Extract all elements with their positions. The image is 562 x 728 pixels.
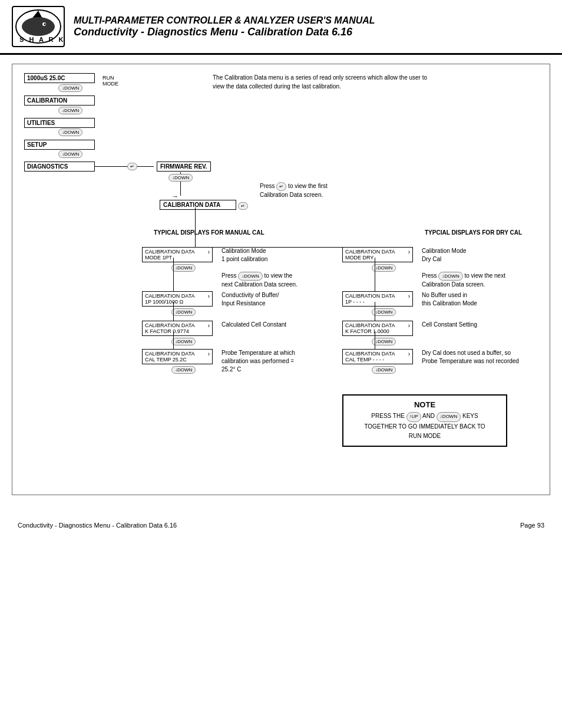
calibration-menu-item: CALIBRATION bbox=[24, 95, 95, 106]
down-btn-m3: ↓DOWN bbox=[171, 337, 213, 345]
screen-dry-3: CALIBRATION DATA K FACTOR 1.0000 › ↓DOWN bbox=[342, 321, 413, 345]
screen-manual-3-text: CALIBRATION DATA K FACTOR 0.9774 bbox=[145, 322, 195, 334]
company-logo: S H A R K bbox=[12, 6, 65, 47]
desc-dry-2: No Buffer used inthis Calibration Mode bbox=[422, 291, 522, 308]
screen-manual-4: CALIBRATION DATA CAL TEMP 25.2C › ↓DOWN bbox=[142, 349, 213, 374]
note-title: NOTE bbox=[351, 400, 499, 409]
footer-right: Page 93 bbox=[520, 522, 544, 529]
press-enter-text: Press ↵ to view the firstCalibration Dat… bbox=[260, 182, 328, 199]
menu-calibration: CALIBRATION bbox=[24, 95, 95, 106]
vline-d23 bbox=[375, 302, 375, 321]
main-content-box: 1000uS 25.0C RUN MODE ↓DOWN CALIBRATION … bbox=[12, 64, 550, 495]
down-btn-3: ↓DOWN bbox=[58, 128, 82, 136]
description-text: The Calibration Data menu is a series of… bbox=[213, 73, 437, 91]
desc-manual-1: Calibration Mode1 point calibration Pres… bbox=[222, 247, 304, 289]
diagnostics-menu-item: DIAGNOSTICS bbox=[24, 162, 95, 172]
menu-run-mode: 1000uS 25.0C bbox=[24, 73, 95, 83]
title-main: MULTI-PARAMETER CONTROLLER & ANALYZER US… bbox=[74, 15, 375, 26]
desc-manual-4: Probe Temperature at whichcalibration wa… bbox=[222, 349, 316, 374]
desc-dry-3: Cell Constant Setting bbox=[422, 321, 522, 329]
menu-setup: SETUP bbox=[24, 140, 95, 150]
vline-d34 bbox=[375, 331, 375, 349]
screen-manual-1: CALIBRATION DATA MODE 1PT › ↓DOWN bbox=[142, 247, 213, 272]
page-footer: Conductivity - Diagnostics Menu - Calibr… bbox=[0, 513, 562, 538]
menu-utilities: UTILITIES bbox=[24, 118, 95, 128]
vline-d12 bbox=[375, 258, 375, 291]
down-btn-m4: ↓DOWN bbox=[171, 365, 213, 374]
hline-to-dry bbox=[195, 247, 342, 248]
menu-diagnostics: DIAGNOSTICS bbox=[24, 162, 95, 172]
screen-dry-1: CALIBRATION DATA MODE DRY › ↓DOWN bbox=[342, 247, 413, 272]
right-arrow-fw: → bbox=[171, 192, 178, 200]
h-line-diag bbox=[95, 166, 154, 167]
desc-dry-4: Dry Cal does not used a buffer, so Probe… bbox=[422, 349, 522, 365]
title-sub: Conductivity - Diagnostics Menu - Calibr… bbox=[74, 26, 375, 38]
down-btn-d4: ↓DOWN bbox=[372, 365, 413, 374]
svg-text:S H A R K: S H A R K bbox=[19, 36, 64, 43]
note-content: PRESS THE ↑UP AND ↓DOWN KEYS TOGETHER TO… bbox=[351, 411, 499, 441]
note-box: NOTE PRESS THE ↑UP AND ↓DOWN KEYS TOGETH… bbox=[342, 394, 507, 447]
cal-data-box: CALIBRATION DATA bbox=[160, 200, 236, 210]
screen-dry-2: CALIBRATION DATA 1P - - - - › ↓DOWN bbox=[342, 291, 413, 316]
typical-manual-label: TYPICAL DISPLAYS FOR MANUAL CAL bbox=[154, 229, 265, 236]
screen-dry-1-text: CALIBRATION DATA MODE DRY bbox=[345, 249, 395, 261]
menu-run-mode-area: 1000uS 25.0C RUN MODE bbox=[24, 73, 95, 83]
vline-main-down bbox=[195, 207, 196, 247]
footer-left: Conductivity - Diagnostics Menu - Calibr… bbox=[18, 522, 177, 529]
down-btn-fw: ↓DOWN bbox=[168, 173, 193, 182]
down-btn-m2: ↓DOWN bbox=[171, 308, 213, 316]
vline-m23 bbox=[173, 302, 174, 321]
screen-manual-3: CALIBRATION DATA K FACTOR 0.9774 › ↓DOWN bbox=[142, 321, 213, 345]
screen-manual-1-text: CALIBRATION DATA MODE 1PT bbox=[145, 249, 195, 261]
enter-arrow-diag: ↵ bbox=[127, 162, 137, 170]
run-mode-label: RUN MODE bbox=[103, 75, 118, 87]
firmware-rev-label: FIRMWARE REV. bbox=[157, 162, 211, 172]
down-btn-d3: ↓DOWN bbox=[372, 337, 413, 345]
svg-point-4 bbox=[44, 23, 45, 25]
screen-manual-2-text: CALIBRATION DATA 1P 1000/1000 Ω bbox=[145, 293, 195, 305]
page-header: S H A R K MULTI-PARAMETER CONTROLLER & A… bbox=[0, 0, 562, 55]
screen-dry-2-text: CALIBRATION DATA 1P - - - - bbox=[345, 293, 395, 305]
screen-manual-4-text: CALIBRATION DATA CAL TEMP 25.2C bbox=[145, 351, 195, 363]
svg-point-2 bbox=[22, 17, 55, 36]
down-btn-m1: ↓DOWN bbox=[171, 263, 213, 272]
down-btn-1: ↓DOWN bbox=[58, 84, 82, 92]
vline-m12 bbox=[173, 258, 174, 291]
enter-btn-cal: ↵ bbox=[238, 202, 248, 210]
utilities-menu-item: UTILITIES bbox=[24, 118, 95, 128]
screen-dry-3-text: CALIBRATION DATA K FACTOR 1.0000 bbox=[345, 322, 395, 334]
down-btn-d2: ↓DOWN bbox=[372, 308, 413, 316]
screen-dry-4-text: CALIBRATION DATA CAL TEMP - - - - bbox=[345, 351, 395, 363]
desc-manual-3: Calculated Cell Constant bbox=[222, 321, 304, 329]
screen-manual-2: CALIBRATION DATA 1P 1000/1000 Ω › ↓DOWN bbox=[142, 291, 213, 316]
setup-menu-item: SETUP bbox=[24, 140, 95, 150]
diagram-wrapper: 1000uS 25.0C RUN MODE ↓DOWN CALIBRATION … bbox=[24, 73, 538, 486]
screen-dry-4: CALIBRATION DATA CAL TEMP - - - - › ↓DOW… bbox=[342, 349, 413, 374]
typical-dry-label: TYPCIAL DISPLAYS FOR DRY CAL bbox=[425, 229, 522, 236]
desc-manual-2: Conductivity of Buffer/Input Resistance bbox=[222, 291, 304, 308]
desc-dry-1: Calibration ModeDry Cal Press ↓DOWN to v… bbox=[422, 247, 522, 289]
down-btn-2: ↓DOWN bbox=[58, 106, 82, 114]
down-btn-4: ↓DOWN bbox=[58, 150, 82, 158]
vline-m34 bbox=[173, 331, 174, 349]
header-text: MULTI-PARAMETER CONTROLLER & ANALYZER US… bbox=[74, 15, 375, 38]
down-btn-d1: ↓DOWN bbox=[372, 263, 413, 272]
